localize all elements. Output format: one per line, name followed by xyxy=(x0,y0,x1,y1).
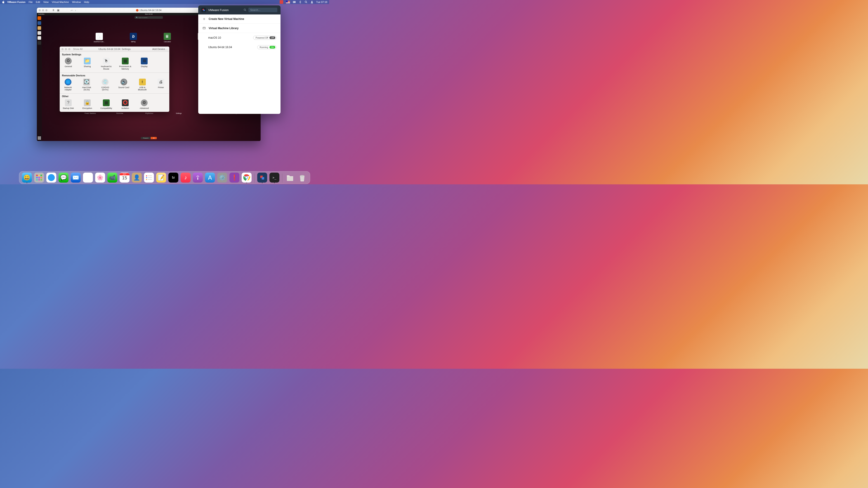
help-icon[interactable] xyxy=(37,36,41,40)
minimize-button[interactable] xyxy=(65,48,67,50)
dock-reminders[interactable] xyxy=(144,173,154,183)
dock-facetime[interactable]: 📹 xyxy=(107,173,117,183)
bird-menubar-icon[interactable] xyxy=(280,0,283,4)
setting-encryption[interactable]: 🔒Encryption xyxy=(81,99,94,109)
snapshot-icon[interactable]: ▣ xyxy=(57,8,59,12)
setting-hard-disk[interactable]: 💽Hard Disk (SCSI) xyxy=(81,78,93,91)
thunderbird-icon[interactable] xyxy=(37,21,41,25)
dock-settings[interactable]: ⚙️ xyxy=(217,173,227,183)
files-icon[interactable] xyxy=(37,26,41,30)
menu-window[interactable]: Window xyxy=(72,1,81,3)
zoom-button[interactable] xyxy=(68,48,70,50)
dock-launchpad[interactable] xyxy=(34,173,44,183)
menubar-clock[interactable]: Tue 07:18 xyxy=(316,1,327,3)
dock-podcasts[interactable] xyxy=(193,173,203,183)
dock-messages[interactable]: 💬 xyxy=(59,173,68,183)
menu-file[interactable]: File xyxy=(29,1,33,3)
zoom-button[interactable] xyxy=(45,9,48,11)
menu-view[interactable]: View xyxy=(43,1,49,3)
dock-mail[interactable]: ✉️ xyxy=(71,173,81,183)
svg-point-9 xyxy=(197,177,198,177)
software-icon[interactable] xyxy=(37,31,41,35)
dock-downloads[interactable] xyxy=(285,173,295,183)
search-icon[interactable] xyxy=(243,8,247,11)
back-icon[interactable]: ⤺ xyxy=(71,8,73,12)
forward-icon[interactable]: › xyxy=(75,8,76,12)
setting-advanced[interactable]: ⚙Advanced xyxy=(138,99,151,109)
show-all-button[interactable]: Show All xyxy=(73,48,83,51)
setting-network-adapter[interactable]: 🌐Network Adapter xyxy=(62,78,74,91)
ubuntu-clock[interactable]: Mon 22:18 xyxy=(145,13,152,15)
dock-finder[interactable]: 😀 xyxy=(22,173,32,183)
library-icon xyxy=(202,26,206,30)
control-center-icon[interactable] xyxy=(293,0,296,4)
plus-icon xyxy=(202,17,206,21)
setting-cd-dvd[interactable]: 💿CD/DVD (SATA) xyxy=(99,78,111,91)
ubuntu-search[interactable]: 🔍 Type to search… xyxy=(135,16,163,19)
close-button[interactable] xyxy=(61,48,64,50)
bluetooth-icon[interactable] xyxy=(299,0,302,4)
dock-music[interactable]: ♪ xyxy=(181,173,191,183)
menu-help[interactable]: Help xyxy=(84,1,89,3)
show-apps-icon[interactable] xyxy=(38,136,41,140)
dock-terminal[interactable]: >_ xyxy=(270,173,279,183)
library-section-row[interactable]: Virtual Machine Library xyxy=(198,24,281,33)
terminal-icon[interactable] xyxy=(37,41,41,45)
dock-maps[interactable]: 🗺 xyxy=(83,173,93,183)
dock-notes[interactable]: 📝 xyxy=(156,173,166,183)
vm-window-title: Ubuntu 64-bit 18.04 xyxy=(140,9,162,11)
dock-safari[interactable] xyxy=(46,173,56,183)
menubar-app-name[interactable]: VMware Fusion xyxy=(7,1,26,3)
dock-photos[interactable]: 🌸 xyxy=(95,173,105,183)
ubuntu-frequent-all-toggle[interactable]: Frequent All xyxy=(141,137,157,139)
toggle-frequent[interactable]: Frequent xyxy=(141,137,151,139)
app-calculator[interactable]: 🖩Calculator xyxy=(151,33,184,42)
add-device-button[interactable]: Add Device… xyxy=(152,48,167,51)
dock-vmware[interactable] xyxy=(257,173,267,183)
setting-printer[interactable]: 🖨Printer xyxy=(155,78,167,91)
dock-appstore[interactable]: A xyxy=(205,173,215,183)
setting-isolation[interactable]: ⭕Isolation xyxy=(119,99,131,109)
dock-tv[interactable]: tv xyxy=(168,173,178,183)
firefox-icon[interactable] xyxy=(37,16,41,20)
spotlight-icon[interactable] xyxy=(305,0,308,4)
setting-processors-memory[interactable]: ▦Processors & Memory xyxy=(119,58,131,70)
dock-contacts[interactable]: 👤 xyxy=(132,173,142,183)
vm-row-ubuntu[interactable]: Ubuntu 64-bit 18.04 Running On xyxy=(198,42,281,52)
settings-traffic-lights xyxy=(61,48,70,50)
settings-title: Ubuntu 64-bit 18.04: Settings xyxy=(98,48,130,51)
ubuntu-activities[interactable]: Activities xyxy=(38,13,44,15)
setting-display[interactable]: 🖥Display xyxy=(138,58,151,70)
setting-sound-card[interactable]: 🔊Sound Card xyxy=(118,78,130,91)
vm-row-macos[interactable]: macOS 10 Powered Off Off xyxy=(198,33,281,42)
status-pill-off: Powered Off Off xyxy=(253,36,276,40)
setting-sharing[interactable]: 📁Sharing xyxy=(81,58,94,70)
library-title: VMware Fusion xyxy=(208,8,241,12)
svg-point-5 xyxy=(311,1,313,2)
dock-feedback[interactable]: ❗ xyxy=(229,173,239,183)
close-button[interactable] xyxy=(39,9,41,11)
setting-keyboard-mouse[interactable]: 🖱Keyboard & Mouse xyxy=(100,58,113,70)
minimize-button[interactable] xyxy=(42,9,44,11)
menu-virtual-machine[interactable]: Virtual Machine xyxy=(52,1,69,3)
vmware-logo-icon xyxy=(202,8,206,12)
svg-rect-3 xyxy=(294,2,296,3)
user-icon[interactable] xyxy=(310,0,313,4)
app-bitpay[interactable]: bBitPay xyxy=(117,33,150,42)
pause-icon[interactable]: ⏸ xyxy=(52,8,55,12)
library-search-input[interactable] xyxy=(248,8,277,12)
setting-startup-disk[interactable]: ?Startup Disk xyxy=(62,99,74,109)
toggle-all[interactable]: All xyxy=(151,137,157,139)
create-vm-row[interactable]: Create New Virtual Machine xyxy=(198,14,281,24)
dock-trash[interactable] xyxy=(297,173,307,183)
apple-logo-icon[interactable] xyxy=(2,0,5,4)
ubuntu-search-placeholder: Type to search… xyxy=(138,17,149,18)
dock-chrome[interactable] xyxy=(242,173,252,183)
menu-edit[interactable]: Edit xyxy=(36,1,40,3)
input-source-flag-icon[interactable] xyxy=(286,1,290,3)
dock-calendar[interactable]: SEP15 xyxy=(120,173,129,183)
setting-general[interactable]: ⚙General xyxy=(62,58,74,70)
setting-usb-bluetooth[interactable]: ᚼUSB & Bluetooth xyxy=(136,78,149,91)
app-aisleriot[interactable]: 🂡AisleRiot Solit… xyxy=(83,33,116,42)
setting-compatibility[interactable]: ▦Compatibility xyxy=(100,99,113,109)
